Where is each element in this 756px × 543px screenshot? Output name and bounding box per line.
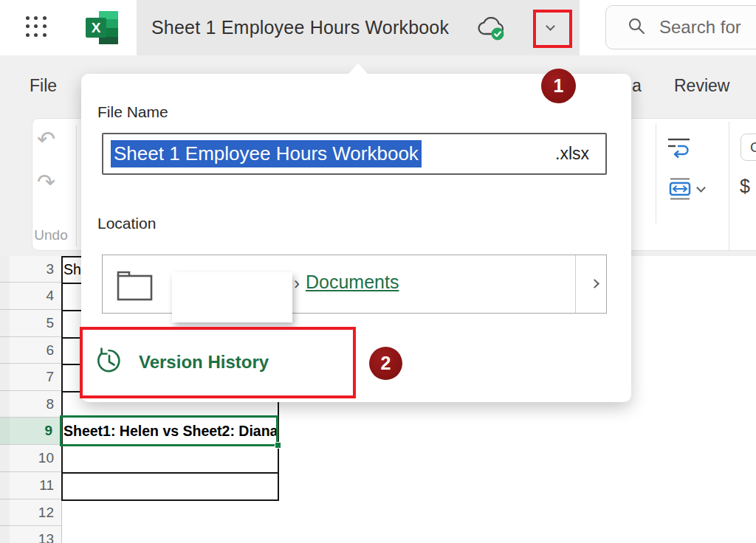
cell-border — [61, 256, 63, 500]
currency-format-button[interactable]: $ — [740, 176, 750, 197]
excel-logo-icon[interactable]: X — [84, 10, 120, 48]
redo-icon[interactable]: ↷ — [37, 171, 55, 193]
breadcrumb-separator: › — [294, 273, 300, 294]
annotation-badge-1: 1 — [541, 69, 576, 103]
undo-group-label: Undo — [30, 227, 72, 243]
location-label: Location — [97, 215, 156, 232]
search-icon — [627, 16, 646, 38]
number-format-dropdown[interactable]: C — [740, 134, 756, 161]
cell-border — [61, 499, 279, 501]
saved-cloud-check-icon — [477, 17, 508, 45]
panel-caret — [348, 63, 368, 75]
selected-cell-outline[interactable] — [60, 415, 278, 446]
file-name-input[interactable]: Sheet 1 Employee Hours Workbook .xlsx — [102, 133, 607, 175]
ribbon-divider — [656, 124, 656, 224]
search-box[interactable]: Search for — [605, 5, 756, 49]
excel-web-app: 3 4 5 6 7 8 9 10 11 12 13 Sh Sheet1: Hel… — [0, 0, 756, 543]
document-title[interactable]: Sheet 1 Employee Hours Workbook — [151, 0, 449, 55]
redacted-breadcrumb-block — [172, 272, 292, 322]
undo-icon[interactable]: ↶ — [37, 128, 55, 151]
svg-text:X: X — [92, 20, 101, 35]
cell-border — [61, 472, 279, 474]
number-format-value-partial: C — [750, 139, 756, 156]
app-launcher-waffle-icon[interactable] — [24, 15, 48, 38]
tab-file[interactable]: File — [30, 75, 57, 97]
documents-link[interactable]: Documents — [306, 272, 399, 293]
tab-data-partial[interactable]: a — [632, 75, 642, 97]
search-placeholder: Search for — [659, 17, 741, 38]
ribbon-divider — [76, 125, 77, 246]
location-divider — [575, 255, 576, 313]
top-bar: X Sheet 1 Employee Hours Workbook Search… — [0, 0, 756, 55]
annotation-box-title-dropdown — [533, 10, 572, 48]
tab-review[interactable]: Review — [674, 75, 729, 97]
annotation-badge-2: 2 — [369, 347, 402, 380]
wrap-text-icon[interactable] — [667, 135, 692, 162]
cell-a3-text[interactable]: Sh — [63, 261, 81, 278]
row-header-gutter — [0, 256, 10, 543]
annotation-box-version-history — [80, 327, 356, 398]
ribbon-divider — [729, 122, 729, 251]
fill-handle[interactable] — [275, 442, 281, 449]
file-extension: .xlsx — [555, 144, 589, 164]
file-name-label: File Name — [97, 103, 168, 121]
folder-icon — [114, 267, 157, 308]
merge-cells-icon[interactable] — [667, 177, 693, 204]
file-name-selected-text[interactable]: Sheet 1 Employee Hours Workbook — [111, 140, 422, 167]
